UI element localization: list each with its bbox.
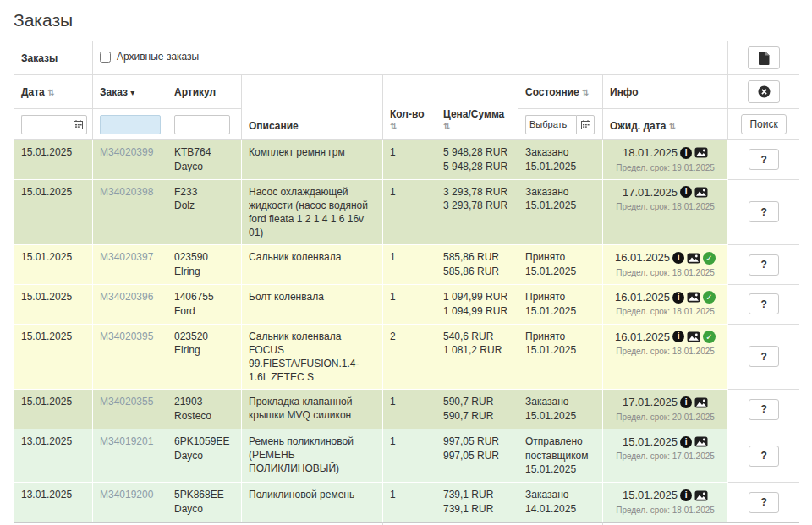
- sort-desc-icon: ▾: [130, 88, 134, 97]
- table-row: 13.01.2025 M34019200 5PK868EE Dayco Поли…: [14, 483, 799, 522]
- export-document-button[interactable]: [748, 46, 780, 69]
- order-link[interactable]: M34020399: [100, 146, 153, 158]
- state-text: Принято: [525, 330, 595, 344]
- table-row: 13.01.2025 M34019201 6PK1059EE Dayco Рем…: [14, 429, 799, 483]
- info-icon[interactable]: i: [680, 186, 692, 198]
- row-action-cell: ?: [728, 325, 799, 391]
- photo-icon[interactable]: [687, 253, 700, 264]
- photo-icon[interactable]: [687, 292, 700, 303]
- state-calendar-button[interactable]: [576, 115, 595, 134]
- archive-orders-toggle[interactable]: Архивные заказы: [100, 51, 199, 63]
- qty-cell: 1: [383, 140, 436, 180]
- photo-icon[interactable]: [694, 397, 708, 408]
- article-cell: 023590 Elring: [167, 245, 242, 285]
- info-icon[interactable]: i: [680, 396, 692, 408]
- unit-price: 5 948,28 RUR: [443, 145, 511, 160]
- total-price: 3 293,78 RUR: [443, 199, 511, 213]
- price-cell: 3 293,78 RUR 3 293,78 RUR: [436, 180, 518, 246]
- article-number: 21903: [174, 395, 234, 409]
- order-link[interactable]: M34019200: [100, 489, 153, 500]
- order-number-cell: M34020399: [93, 140, 167, 180]
- info-icon[interactable]: i: [680, 147, 692, 159]
- date-filter-input[interactable]: [21, 115, 69, 134]
- info-cell: 16.01.2025 i ✓ Предел. срок: 18.01.2025: [603, 245, 728, 285]
- check-icon: ✓: [703, 252, 716, 265]
- date-filter-calendar-button[interactable]: [69, 115, 87, 134]
- column-header-expected-date[interactable]: Ожид. дата ⇅: [603, 109, 728, 140]
- photo-icon[interactable]: [694, 187, 708, 198]
- state-text: Заказано: [525, 185, 595, 200]
- archive-orders-label: Архивные заказы: [117, 51, 199, 63]
- column-header-qty[interactable]: Кол-во ⇅: [383, 75, 436, 140]
- deadline-text: Предел. срок: 19.01.2025: [610, 162, 721, 174]
- info-icon[interactable]: i: [672, 331, 684, 342]
- column-header-state[interactable]: Состояние ⇅: [518, 75, 603, 109]
- order-link[interactable]: M34020355: [100, 396, 153, 407]
- info-icon[interactable]: i: [672, 292, 684, 304]
- info-icon[interactable]: i: [680, 436, 692, 448]
- article-brand: Dayco: [174, 160, 234, 174]
- deadline-text: Предел. срок: 17.01.2025: [610, 451, 721, 462]
- photo-icon[interactable]: [694, 490, 708, 501]
- column-header-order[interactable]: Заказ ▾: [93, 75, 167, 109]
- order-date-cell: 13.01.2025: [14, 483, 93, 522]
- column-header-price[interactable]: Цена/Сумма ⇅: [436, 75, 518, 140]
- orders-tbody: 15.01.2025 M34020399 KTB764 Dayco Компле…: [14, 140, 799, 522]
- row-help-button[interactable]: ?: [749, 446, 779, 467]
- order-link[interactable]: M34020398: [100, 186, 153, 198]
- row-help-button[interactable]: ?: [749, 492, 779, 513]
- description-cell: Сальник коленвала: [242, 245, 383, 285]
- article-number: 1406755: [174, 290, 234, 304]
- sort-icon: ⇅: [390, 122, 397, 131]
- row-help-button[interactable]: ?: [749, 254, 779, 276]
- description-cell: Насос охлаждающей жидкости (насос водяно…: [242, 180, 383, 246]
- order-link[interactable]: M34019201: [100, 435, 153, 447]
- state-date: 14.01.2025: [525, 502, 595, 517]
- qty-cell: 1: [383, 245, 436, 285]
- row-help-button[interactable]: ?: [749, 399, 779, 420]
- deadline-text: Предел. срок: 18.01.2025: [610, 267, 721, 279]
- order-link[interactable]: M34020397: [100, 251, 153, 263]
- state-text: Заказано: [525, 395, 595, 409]
- unit-price: 1 094,99 RUR: [443, 290, 511, 304]
- clear-filters-button[interactable]: [748, 80, 780, 103]
- info-icon[interactable]: i: [680, 489, 692, 501]
- photo-icon[interactable]: [687, 331, 700, 342]
- price-cell: 590,7 RUR 590,7 RUR: [436, 390, 518, 429]
- article-number: 023520: [174, 330, 234, 344]
- row-help-button[interactable]: ?: [749, 293, 779, 314]
- column-header-date[interactable]: Дата ⇅: [14, 75, 93, 109]
- info-cell: 16.01.2025 i ✓ Предел. срок: 18.01.2025: [603, 325, 728, 391]
- order-date-cell: 15.01.2025: [14, 325, 93, 391]
- sort-icon: ⇅: [443, 122, 450, 131]
- state-text: Принято: [525, 250, 595, 265]
- description-cell: Болт коленвала: [242, 285, 383, 325]
- photo-icon[interactable]: [694, 436, 708, 447]
- check-icon: ✓: [703, 331, 716, 343]
- archive-orders-checkbox[interactable]: [100, 52, 111, 63]
- row-help-button[interactable]: ?: [749, 201, 779, 222]
- order-link[interactable]: M34020396: [100, 291, 153, 303]
- article-cell: 023520 Elring: [167, 325, 242, 391]
- info-icon[interactable]: i: [672, 252, 684, 264]
- article-brand: Dayco: [174, 449, 234, 463]
- row-action-cell: ?: [728, 180, 799, 246]
- search-button[interactable]: Поиск: [741, 114, 786, 134]
- article-filter-input[interactable]: [174, 115, 230, 134]
- state-filter-select[interactable]: Выбрать: [525, 115, 576, 134]
- photo-icon[interactable]: [694, 147, 708, 158]
- state-text: Заказано: [525, 145, 595, 160]
- page-title: Заказы: [14, 10, 798, 30]
- row-help-button[interactable]: ?: [749, 346, 779, 367]
- expected-date: 16.01.2025: [615, 250, 670, 265]
- row-help-button[interactable]: ?: [749, 149, 779, 170]
- article-number: KTB764: [174, 145, 234, 160]
- order-filter-input[interactable]: [100, 115, 161, 134]
- state-text: Принято: [525, 290, 595, 304]
- order-number-cell: M34020397: [93, 245, 167, 285]
- expected-date: 18.01.2025: [623, 145, 678, 161]
- article-cell: KTB764 Dayco: [167, 140, 242, 180]
- order-link[interactable]: M34020395: [100, 331, 153, 342]
- state-date: 15.01.2025: [525, 160, 595, 174]
- order-number-cell: M34020398: [93, 180, 167, 246]
